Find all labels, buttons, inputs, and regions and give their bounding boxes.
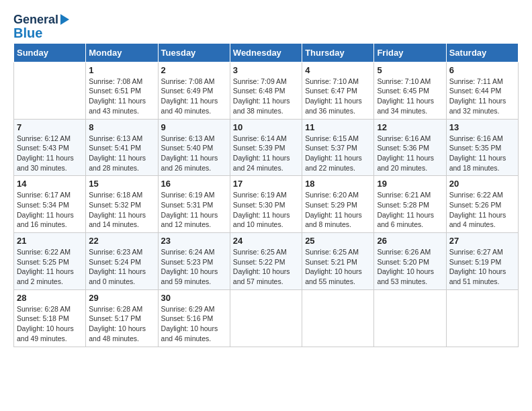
calendar-cell: 6Sunrise: 7:11 AM Sunset: 6:44 PM Daylig… <box>446 62 518 119</box>
day-info: Sunrise: 6:26 AM Sunset: 5:20 PM Dayligh… <box>377 247 443 287</box>
day-number: 21 <box>17 236 83 246</box>
header-tuesday: Tuesday <box>158 43 230 62</box>
calendar-cell: 11Sunrise: 6:15 AM Sunset: 5:37 PM Dayli… <box>302 119 374 176</box>
page-header: General Blue <box>13 13 519 40</box>
header-monday: Monday <box>86 43 158 62</box>
day-number: 2 <box>161 65 227 75</box>
calendar-cell: 12Sunrise: 6:16 AM Sunset: 5:36 PM Dayli… <box>374 119 446 176</box>
week-row-5: 28Sunrise: 6:28 AM Sunset: 5:18 PM Dayli… <box>14 289 519 347</box>
calendar-cell: 29Sunrise: 6:28 AM Sunset: 5:17 PM Dayli… <box>86 289 158 347</box>
calendar-cell: 3Sunrise: 7:09 AM Sunset: 6:48 PM Daylig… <box>230 62 302 119</box>
day-number: 30 <box>161 293 227 303</box>
day-number: 14 <box>17 179 83 189</box>
day-info: Sunrise: 7:08 AM Sunset: 6:51 PM Dayligh… <box>89 77 154 116</box>
day-info: Sunrise: 6:20 AM Sunset: 5:29 PM Dayligh… <box>305 190 371 230</box>
header-friday: Friday <box>374 43 446 62</box>
calendar-table: SundayMondayTuesdayWednesdayThursdayFrid… <box>13 43 519 347</box>
day-number: 27 <box>449 236 515 246</box>
day-number: 3 <box>233 65 299 75</box>
calendar-cell: 21Sunrise: 6:22 AM Sunset: 5:25 PM Dayli… <box>14 233 86 290</box>
day-number: 16 <box>161 179 227 189</box>
day-info: Sunrise: 6:18 AM Sunset: 5:32 PM Dayligh… <box>89 190 154 230</box>
day-info: Sunrise: 7:09 AM Sunset: 6:48 PM Dayligh… <box>233 77 299 116</box>
calendar-cell: 5Sunrise: 7:10 AM Sunset: 6:45 PM Daylig… <box>374 62 446 119</box>
header-wednesday: Wednesday <box>230 43 302 62</box>
calendar-cell: 24Sunrise: 6:25 AM Sunset: 5:22 PM Dayli… <box>230 233 302 290</box>
logo: General Blue <box>13 13 69 40</box>
header-saturday: Saturday <box>446 43 518 62</box>
calendar-cell: 4Sunrise: 7:10 AM Sunset: 6:47 PM Daylig… <box>302 62 374 119</box>
day-info: Sunrise: 6:12 AM Sunset: 5:43 PM Dayligh… <box>17 134 83 173</box>
day-info: Sunrise: 6:19 AM Sunset: 5:31 PM Dayligh… <box>161 190 227 230</box>
day-info: Sunrise: 6:16 AM Sunset: 5:36 PM Dayligh… <box>377 134 443 173</box>
calendar-cell: 30Sunrise: 6:29 AM Sunset: 5:16 PM Dayli… <box>158 289 230 347</box>
day-number: 11 <box>305 122 371 132</box>
calendar-cell: 8Sunrise: 6:13 AM Sunset: 5:41 PM Daylig… <box>86 119 158 176</box>
calendar-header-row: SundayMondayTuesdayWednesdayThursdayFrid… <box>14 43 519 62</box>
day-info: Sunrise: 6:23 AM Sunset: 5:24 PM Dayligh… <box>89 247 154 287</box>
day-info: Sunrise: 6:14 AM Sunset: 5:39 PM Dayligh… <box>233 134 299 173</box>
day-number: 17 <box>233 179 299 189</box>
calendar-cell: 14Sunrise: 6:17 AM Sunset: 5:34 PM Dayli… <box>14 176 86 233</box>
calendar-cell: 25Sunrise: 6:25 AM Sunset: 5:21 PM Dayli… <box>302 233 374 290</box>
day-info: Sunrise: 6:25 AM Sunset: 5:22 PM Dayligh… <box>233 247 299 287</box>
day-number: 10 <box>233 122 299 132</box>
logo-blue: Blue <box>13 26 42 40</box>
day-number: 28 <box>17 293 83 303</box>
calendar-cell: 22Sunrise: 6:23 AM Sunset: 5:24 PM Dayli… <box>86 233 158 290</box>
calendar-cell: 23Sunrise: 6:24 AM Sunset: 5:23 PM Dayli… <box>158 233 230 290</box>
calendar-cell: 1Sunrise: 7:08 AM Sunset: 6:51 PM Daylig… <box>86 62 158 119</box>
day-info: Sunrise: 6:15 AM Sunset: 5:37 PM Dayligh… <box>305 134 371 173</box>
calendar-cell <box>230 289 302 347</box>
day-number: 9 <box>161 122 227 132</box>
day-info: Sunrise: 6:21 AM Sunset: 5:28 PM Dayligh… <box>377 190 443 230</box>
day-number: 5 <box>377 65 443 75</box>
day-info: Sunrise: 6:17 AM Sunset: 5:34 PM Dayligh… <box>17 190 83 230</box>
day-number: 29 <box>89 293 154 303</box>
day-number: 20 <box>449 179 515 189</box>
day-info: Sunrise: 6:22 AM Sunset: 5:26 PM Dayligh… <box>449 190 515 230</box>
calendar-cell: 2Sunrise: 7:08 AM Sunset: 6:49 PM Daylig… <box>158 62 230 119</box>
day-info: Sunrise: 6:28 AM Sunset: 5:18 PM Dayligh… <box>17 304 83 344</box>
calendar-cell: 17Sunrise: 6:19 AM Sunset: 5:30 PM Dayli… <box>230 176 302 233</box>
day-info: Sunrise: 6:16 AM Sunset: 5:35 PM Dayligh… <box>449 134 515 173</box>
calendar-cell: 26Sunrise: 6:26 AM Sunset: 5:20 PM Dayli… <box>374 233 446 290</box>
day-info: Sunrise: 6:29 AM Sunset: 5:16 PM Dayligh… <box>161 304 227 344</box>
calendar-cell: 9Sunrise: 6:13 AM Sunset: 5:40 PM Daylig… <box>158 119 230 176</box>
day-info: Sunrise: 7:11 AM Sunset: 6:44 PM Dayligh… <box>449 77 515 116</box>
day-number: 25 <box>305 236 371 246</box>
calendar-cell <box>374 289 446 347</box>
logo-arrow-icon <box>60 14 69 25</box>
day-number: 18 <box>305 179 371 189</box>
week-row-4: 21Sunrise: 6:22 AM Sunset: 5:25 PM Dayli… <box>14 233 519 290</box>
day-number: 8 <box>89 122 154 132</box>
calendar-cell: 20Sunrise: 6:22 AM Sunset: 5:26 PM Dayli… <box>446 176 518 233</box>
day-number: 22 <box>89 236 154 246</box>
week-row-2: 7Sunrise: 6:12 AM Sunset: 5:43 PM Daylig… <box>14 119 519 176</box>
calendar-cell: 18Sunrise: 6:20 AM Sunset: 5:29 PM Dayli… <box>302 176 374 233</box>
day-info: Sunrise: 6:25 AM Sunset: 5:21 PM Dayligh… <box>305 247 371 287</box>
day-number: 7 <box>17 122 83 132</box>
day-info: Sunrise: 7:10 AM Sunset: 6:47 PM Dayligh… <box>305 77 371 116</box>
week-row-1: 1Sunrise: 7:08 AM Sunset: 6:51 PM Daylig… <box>14 62 519 119</box>
header-thursday: Thursday <box>302 43 374 62</box>
calendar-cell: 28Sunrise: 6:28 AM Sunset: 5:18 PM Dayli… <box>14 289 86 347</box>
day-number: 26 <box>377 236 443 246</box>
day-number: 19 <box>377 179 443 189</box>
day-number: 15 <box>89 179 154 189</box>
calendar-cell: 15Sunrise: 6:18 AM Sunset: 5:32 PM Dayli… <box>86 176 158 233</box>
calendar-cell: 16Sunrise: 6:19 AM Sunset: 5:31 PM Dayli… <box>158 176 230 233</box>
day-number: 24 <box>233 236 299 246</box>
header-sunday: Sunday <box>14 43 86 62</box>
day-number: 6 <box>449 65 515 75</box>
day-number: 23 <box>161 236 227 246</box>
day-info: Sunrise: 6:24 AM Sunset: 5:23 PM Dayligh… <box>161 247 227 287</box>
calendar-cell: 19Sunrise: 6:21 AM Sunset: 5:28 PM Dayli… <box>374 176 446 233</box>
calendar-cell: 7Sunrise: 6:12 AM Sunset: 5:43 PM Daylig… <box>14 119 86 176</box>
day-info: Sunrise: 6:27 AM Sunset: 5:19 PM Dayligh… <box>449 247 515 287</box>
calendar-cell: 10Sunrise: 6:14 AM Sunset: 5:39 PM Dayli… <box>230 119 302 176</box>
day-number: 13 <box>449 122 515 132</box>
calendar-cell: 27Sunrise: 6:27 AM Sunset: 5:19 PM Dayli… <box>446 233 518 290</box>
day-info: Sunrise: 6:22 AM Sunset: 5:25 PM Dayligh… <box>17 247 83 287</box>
day-number: 1 <box>89 65 154 75</box>
